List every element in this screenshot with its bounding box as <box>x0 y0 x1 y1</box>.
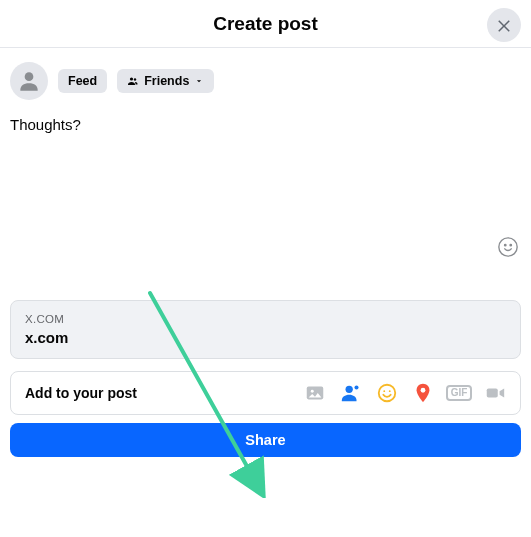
svg-point-8 <box>346 386 353 393</box>
page-title: Create post <box>213 13 318 35</box>
add-to-post-row: Add to your post GIF <box>10 371 521 415</box>
svg-point-11 <box>383 390 385 392</box>
share-button[interactable]: Share <box>10 423 521 457</box>
tag-people-icon <box>340 382 362 404</box>
live-video-button[interactable] <box>484 382 506 404</box>
svg-point-7 <box>311 390 314 393</box>
svg-point-2 <box>134 78 136 80</box>
svg-point-13 <box>421 388 426 393</box>
chevron-down-icon <box>194 76 204 86</box>
emoji-picker-button[interactable] <box>497 236 519 262</box>
check-in-icon <box>412 382 434 404</box>
avatar[interactable] <box>10 62 48 100</box>
live-video-icon <box>484 382 506 404</box>
post-composer[interactable]: Thoughts? <box>0 110 531 260</box>
user-bar: Feed Friends <box>0 48 531 110</box>
composer-placeholder: Thoughts? <box>10 116 521 133</box>
svg-point-1 <box>130 77 133 80</box>
svg-point-5 <box>510 244 511 245</box>
close-button[interactable] <box>487 8 521 42</box>
add-to-post-label: Add to your post <box>25 385 137 401</box>
friends-icon <box>127 75 139 87</box>
svg-point-3 <box>499 238 517 256</box>
smiley-icon <box>497 236 519 258</box>
svg-point-4 <box>505 244 506 245</box>
audience-chip-label: Friends <box>144 74 189 88</box>
svg-point-10 <box>379 385 396 402</box>
tag-people-button[interactable] <box>340 382 362 404</box>
close-icon <box>495 16 513 34</box>
link-host: X.COM <box>25 313 506 325</box>
photo-video-button[interactable] <box>304 382 326 404</box>
add-to-post-icons: GIF <box>304 382 506 404</box>
feed-chip[interactable]: Feed <box>58 69 107 93</box>
feeling-activity-button[interactable] <box>376 382 398 404</box>
modal-header: Create post <box>0 0 531 48</box>
check-in-button[interactable] <box>412 382 434 404</box>
share-button-label: Share <box>245 432 285 448</box>
photo-icon <box>304 382 326 404</box>
svg-point-12 <box>389 390 391 392</box>
feed-chip-label: Feed <box>68 74 97 88</box>
gif-icon: GIF <box>446 385 473 401</box>
svg-rect-14 <box>487 388 498 397</box>
avatar-icon <box>16 68 42 94</box>
svg-point-9 <box>354 385 358 389</box>
svg-point-0 <box>25 72 34 81</box>
audience-chip[interactable]: Friends <box>117 69 214 93</box>
gif-button[interactable]: GIF <box>448 382 470 404</box>
feeling-icon <box>376 382 398 404</box>
link-preview-card[interactable]: X.COM x.com <box>10 300 521 359</box>
link-title: x.com <box>25 329 506 346</box>
